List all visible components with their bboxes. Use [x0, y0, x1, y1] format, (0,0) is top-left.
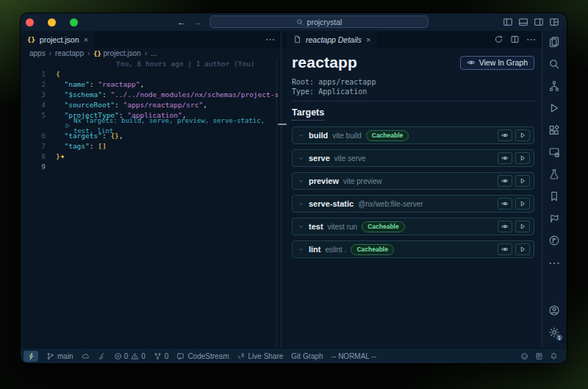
breadcrumb-separator: ›: [87, 49, 90, 57]
status-merge-status[interactable]: 0: [154, 352, 169, 360]
line-content: "sourceRoot": "apps/reactapp/src",: [46, 100, 207, 110]
show-target-button[interactable]: [498, 152, 512, 164]
line-number: 6: [21, 131, 46, 141]
activity-item-source-control[interactable]: [542, 75, 566, 97]
target-row-build[interactable]: buildvite buildCacheable: [292, 126, 534, 144]
more-icon[interactable]: ⋯: [526, 34, 536, 45]
line-content: }✦: [46, 151, 65, 162]
target-row-serve[interactable]: servevite serve: [292, 149, 534, 167]
chevron-down-icon[interactable]: [298, 155, 304, 162]
close-icon[interactable]: ×: [366, 35, 370, 44]
activity-item-search[interactable]: [542, 53, 566, 75]
target-row-lint[interactable]: linteslint .Cacheable: [292, 240, 534, 258]
run-target-button[interactable]: [515, 129, 530, 141]
back-icon[interactable]: ←: [177, 17, 186, 27]
run-target-button[interactable]: [515, 198, 530, 210]
editor-area: {} project.json × ⋯ apps›reactapp›{}proj…: [21, 31, 567, 348]
view-in-graph-button[interactable]: View In Graph: [460, 56, 534, 70]
status-feedback[interactable]: [520, 352, 528, 360]
zoom-window-button[interactable]: [70, 18, 78, 26]
target-name: serve: [309, 154, 330, 163]
activity-item-explorer[interactable]: [542, 31, 566, 53]
run-target-button[interactable]: [515, 175, 530, 187]
breadcrumb-item-project-json[interactable]: {}project.json: [93, 49, 140, 57]
target-row-test[interactable]: testvitest runCacheable: [292, 218, 534, 235]
run-target-button[interactable]: [515, 221, 530, 232]
tab-project-json[interactable]: {} project.json ×: [21, 31, 96, 48]
cacheable-badge: Cacheable: [351, 244, 394, 255]
minimize-window-button[interactable]: [48, 18, 56, 26]
status-live-share[interactable]: Live Share: [237, 352, 284, 360]
eye-icon: [501, 246, 509, 253]
target-row-serve-static[interactable]: serve-static@nx/web:file-server: [292, 195, 534, 213]
show-target-button[interactable]: [498, 175, 512, 187]
tab-reactapp-details[interactable]: reactapp Details ×: [287, 31, 378, 48]
breadcrumb-item--[interactable]: ...: [151, 49, 157, 57]
status-problems[interactable]: 00: [114, 352, 146, 360]
activity-item-extensions[interactable]: [542, 119, 566, 141]
status-count: 0: [141, 352, 146, 360]
run-target-button[interactable]: [515, 152, 530, 164]
line-number: 5: [21, 110, 46, 121]
close-icon[interactable]: ×: [84, 35, 88, 44]
beaker-icon: [548, 168, 560, 180]
show-target-button[interactable]: [498, 129, 512, 141]
line-content: "$schema": "../../node_modules/nx/schema…: [46, 90, 279, 100]
status-label: main: [57, 352, 74, 360]
status-publish[interactable]: [82, 352, 90, 360]
activity-item-more-views[interactable]: ⋯: [542, 251, 566, 274]
status-format[interactable]: [535, 352, 543, 360]
search-icon: [548, 58, 560, 70]
overview-ruler-marker: [278, 124, 287, 125]
type-label: Type:: [292, 88, 314, 96]
run-debug-icon: [548, 102, 560, 114]
vscode-window: ← → projcrystal {} project.json × ⋯ apps…: [21, 13, 567, 363]
run-target-button[interactable]: [515, 243, 530, 255]
split-editor-icon[interactable]: [510, 35, 520, 44]
status-codestream[interactable]: CodeStream: [176, 352, 229, 360]
activity-item-accounts[interactable]: [542, 299, 566, 321]
editor-group-left: {} project.json × ⋯ apps›reactapp›{}proj…: [21, 31, 282, 348]
status-git-branch[interactable]: main: [46, 352, 74, 360]
layout-sidebar-right-icon[interactable]: [534, 17, 544, 27]
target-row-preview[interactable]: previewvite preview: [292, 172, 534, 190]
refresh-icon[interactable]: [494, 35, 503, 44]
activity-item-remote-explorer[interactable]: [542, 141, 566, 163]
show-target-button[interactable]: [498, 221, 512, 232]
show-target-button[interactable]: [498, 198, 512, 210]
activity-item-bookmarks[interactable]: [542, 185, 566, 207]
json-icon: {}: [93, 50, 101, 57]
show-target-button[interactable]: [498, 243, 512, 255]
command-center-search[interactable]: projcrystal: [209, 15, 429, 28]
breadcrumb-item-apps[interactable]: apps: [29, 49, 46, 57]
chevron-down-icon[interactable]: [298, 178, 304, 185]
chevron-down-icon[interactable]: [298, 132, 304, 139]
close-window-button[interactable]: [26, 18, 34, 26]
smiley-icon: [520, 352, 528, 360]
more-actions-icon[interactable]: ⋯: [265, 34, 275, 45]
status-notifications[interactable]: [550, 352, 558, 360]
code-editor[interactable]: You, 6 hours ago | 1 author (You) 1{2 "n…: [21, 59, 281, 348]
status-vim-mode[interactable]: -- NORMAL --: [331, 352, 376, 360]
tab-label: reactapp Details: [306, 35, 362, 44]
activity-item-settings[interactable]: 1: [542, 321, 566, 343]
nx-targets-codelens[interactable]: Nx Targets: build, serve, preview, serve…: [21, 121, 281, 131]
activity-item-testing[interactable]: [542, 163, 566, 185]
layout-panel-icon[interactable]: [518, 17, 528, 27]
chevron-down-icon[interactable]: [298, 246, 304, 253]
breadcrumb-item-reactapp[interactable]: reactapp: [55, 49, 84, 57]
status-remote-indicator[interactable]: [24, 351, 38, 362]
forward-icon[interactable]: →: [193, 17, 202, 27]
target-name: build: [309, 131, 328, 140]
customize-layout-icon[interactable]: [549, 17, 559, 27]
gitlens-blame-lens[interactable]: You, 6 hours ago | 1 author (You): [21, 59, 281, 69]
breadcrumb-label: project.json: [104, 49, 141, 57]
status-git-graph[interactable]: Git Graph: [291, 352, 323, 360]
chevron-down-icon[interactable]: [298, 224, 304, 230]
layout-sidebar-left-icon[interactable]: [503, 17, 513, 27]
status-gitlens[interactable]: [98, 352, 106, 360]
activity-item-nx-console[interactable]: [542, 207, 566, 229]
activity-item-run-debug[interactable]: [542, 97, 566, 119]
activity-item-nx-cloud[interactable]: [542, 229, 566, 251]
chevron-down-icon[interactable]: [298, 201, 304, 207]
